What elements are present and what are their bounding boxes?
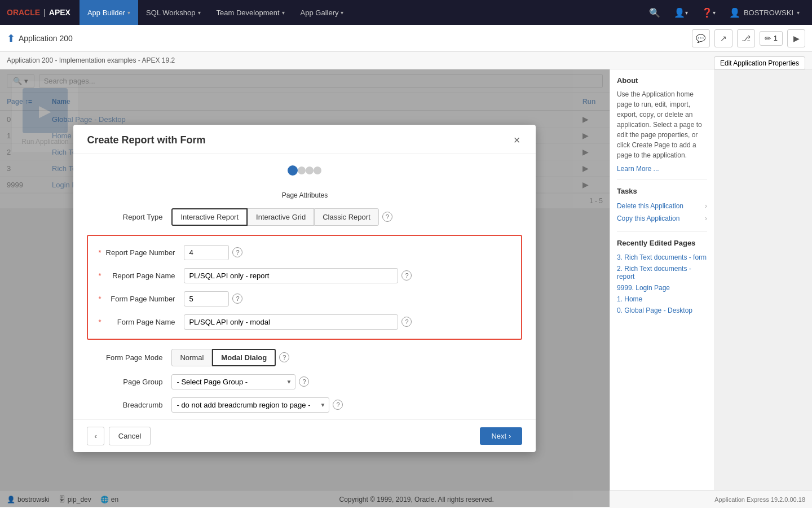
wizard-step-dot-3 (306, 167, 314, 174)
edit-app-props-button[interactable]: Edit Application Properties (714, 56, 805, 70)
report-page-name-label: Report Page Name (99, 271, 184, 280)
modal-dialog: Create Report with Form × (73, 125, 536, 452)
nav-app-builder[interactable]: App Builder ▾ (80, 0, 138, 25)
nav-sql-workshop[interactable]: SQL Workshop ▾ (138, 0, 208, 25)
wizard-step-label: Page Attributes (282, 191, 328, 199)
report-page-name-help-icon[interactable]: ? (401, 270, 412, 281)
report-page-number-label: Report Page Number (99, 248, 184, 257)
report-type-classic-report[interactable]: Classic Report (314, 208, 379, 226)
breadcrumb-row: Breadcrumb - do not add breadcrumb regio… (87, 397, 522, 413)
recently-edited-item: 3. Rich Text documents - form (617, 252, 707, 263)
nav-app-gallery[interactable]: App Gallery ▾ (293, 0, 352, 25)
nav-right-actions: 🔍 👤 ▾ ❓ ▾ 👤 BOSTROWSKI ▾ (643, 0, 805, 25)
sub-header: ⬆ Application 200 💬 ↗ ⎇ ✏ 1 ▶ (0, 25, 812, 52)
apex-text: APEX (49, 8, 70, 17)
form-page-name-help-icon[interactable]: ? (401, 317, 412, 327)
modal-overlay: Create Report with Form × (0, 69, 610, 507)
report-page-number-row: Report Page Number ? (99, 245, 510, 260)
help-icon[interactable]: ❓ ▾ (696, 0, 721, 25)
chevron-down-icon: ▾ (127, 10, 130, 16)
play-icon[interactable]: ▶ (787, 29, 805, 47)
tasks-title: Tasks (617, 187, 707, 195)
chevron-down-icon: ▾ (797, 10, 800, 16)
chevron-down-icon: ▾ (282, 10, 285, 16)
learn-more-link[interactable]: Learn More ... (617, 165, 659, 173)
share-icon[interactable]: ⎇ (737, 29, 755, 47)
form-page-name-row: Form Page Name ? (99, 314, 510, 330)
nav-team-development[interactable]: Team Development ▾ (209, 0, 293, 25)
page-group-help-icon[interactable]: ? (299, 376, 309, 387)
wizard-steps-container: Page Attributes (87, 165, 522, 199)
required-fields-section: Report Page Number ? Report Page Name ? (87, 235, 522, 340)
user-profile-button[interactable]: 👤 BOSTROWSKI ▾ (723, 0, 805, 25)
report-type-help-icon[interactable]: ? (382, 212, 392, 222)
report-page-name-row: Report Page Name ? (99, 268, 510, 283)
recently-edited-item: 0. Global Page - Desktop (617, 305, 707, 316)
top-navigation: ORACLE | APEX App Builder ▾ SQL Workshop… (0, 0, 812, 25)
up-arrow-icon: ⬆ (7, 32, 15, 45)
cancel-button[interactable]: Cancel (109, 427, 151, 445)
recently-edited-item: 1. Home (617, 294, 707, 305)
breadcrumb-label: Breadcrumb (87, 401, 171, 409)
page-mode-normal[interactable]: Normal (171, 349, 212, 366)
arrow-icon: › (705, 214, 707, 222)
speech-bubble-icon[interactable]: 💬 (692, 29, 710, 47)
breadcrumb-select[interactable]: - do not add breadcrumb region to page - (171, 397, 329, 413)
recently-edited-link[interactable]: 0. Global Page - Desktop (617, 306, 692, 314)
content-area: ▶ Run Application 🔍 ▾ Page ↑= Name Run (0, 69, 610, 507)
recently-edited-title: Recently Edited Pages (617, 239, 707, 247)
delete-app-link[interactable]: Delete this Application (617, 202, 683, 210)
recently-edited-link[interactable]: 3. Rich Text documents - form (617, 253, 707, 261)
page-mode-modal-dialog[interactable]: Modal Dialog (212, 349, 276, 366)
modal-footer: ‹ Cancel Next › (73, 419, 536, 452)
form-page-mode-group: Normal Modal Dialog (171, 349, 276, 366)
report-page-number-input[interactable] (184, 245, 229, 260)
about-text: Use the Application home page to run, ed… (617, 89, 707, 160)
main-layout: ▶ Run Application 🔍 ▾ Page ↑= Name Run (0, 69, 714, 507)
edit-count-button[interactable]: ✏ 1 (760, 31, 783, 46)
page-group-select[interactable]: - Select Page Group - (171, 374, 295, 389)
wizard-step-1 (288, 165, 298, 176)
form-page-number-input[interactable] (184, 291, 229, 306)
sidebar-divider-1 (617, 179, 707, 180)
user-menu-icon[interactable]: 👤 ▾ (668, 0, 694, 25)
recently-edited-link[interactable]: 9999. Login Page (617, 284, 670, 292)
footer-right: Next › (480, 427, 522, 445)
app-title: Application 200 (19, 34, 73, 43)
report-type-interactive-grid[interactable]: Interactive Grid (248, 208, 314, 226)
modal-close-button[interactable]: × (511, 134, 523, 147)
cursor-icon[interactable]: ↗ (714, 29, 732, 47)
report-page-name-input[interactable] (184, 268, 398, 283)
breadcrumb-select-wrapper: - do not add breadcrumb region to page - (171, 397, 329, 413)
oracle-text: ORACLE (7, 8, 40, 17)
form-page-mode-row: Form Page Mode Normal Modal Dialog ? (87, 349, 522, 366)
recently-edited-item: 9999. Login Page (617, 282, 707, 294)
form-page-name-input[interactable] (184, 314, 398, 330)
recently-edited-link[interactable]: 2. Rich Text documents - report (617, 265, 691, 281)
form-page-number-help-icon[interactable]: ? (232, 294, 242, 304)
form-page-number-row: Form Page Number ? (99, 291, 510, 306)
report-type-label: Report Type (87, 213, 171, 221)
report-type-group: Interactive Report Interactive Grid Clas… (171, 208, 378, 226)
previous-button[interactable]: ‹ (87, 427, 104, 445)
wizard-steps (288, 165, 321, 176)
next-button[interactable]: Next › (480, 427, 522, 445)
search-icon[interactable]: 🔍 (643, 0, 666, 25)
report-type-interactive-report[interactable]: Interactive Report (171, 208, 248, 226)
form-page-mode-help-icon[interactable]: ? (279, 352, 289, 362)
about-title: About (617, 76, 707, 85)
page-group-select-wrapper: - Select Page Group - (171, 374, 295, 389)
modal-body: Page Attributes Report Type Interactive … (73, 154, 536, 419)
page-group-row: Page Group - Select Page Group - ? (87, 374, 522, 389)
recently-edited-link[interactable]: 1. Home (617, 295, 642, 303)
sidebar-divider-2 (617, 231, 707, 232)
recently-edited-item: 2. Rich Text documents - report (617, 263, 707, 282)
report-type-row: Report Type Interactive Report Interacti… (87, 208, 522, 226)
modal-title: Create Report with Form (87, 134, 205, 146)
task-copy: Copy this Application › (617, 212, 707, 225)
bottom-version: Application Express 19.2.0.00.18 (714, 496, 805, 503)
copy-app-link[interactable]: Copy this Application (617, 214, 679, 222)
breadcrumb-help-icon[interactable]: ? (333, 400, 343, 410)
report-page-number-help-icon[interactable]: ? (232, 247, 242, 257)
page-group-label: Page Group (87, 378, 171, 386)
